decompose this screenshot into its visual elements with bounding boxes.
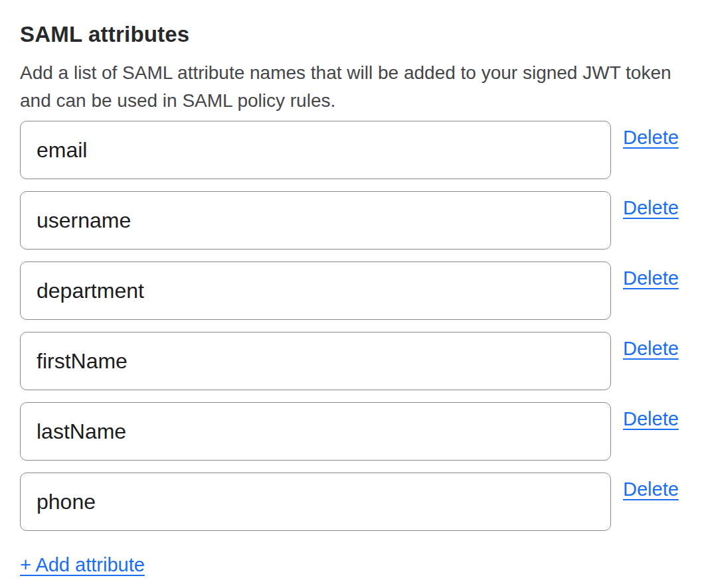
delete-attribute-link[interactable]: Delete <box>623 407 679 431</box>
attribute-name-input[interactable] <box>20 473 611 531</box>
delete-attribute-link[interactable]: Delete <box>623 336 679 360</box>
section-description: Add a list of SAML attribute names that … <box>20 59 688 115</box>
section-description-line-1: Add a list of SAML attribute names that … <box>20 59 688 87</box>
attribute-row: Delete <box>20 332 688 390</box>
add-attribute-link[interactable]: + Add attribute <box>20 553 145 577</box>
delete-attribute-link[interactable]: Delete <box>623 125 679 149</box>
attribute-name-input[interactable] <box>20 191 611 250</box>
delete-attribute-link[interactable]: Delete <box>623 196 679 220</box>
attribute-name-input[interactable] <box>20 402 611 461</box>
saml-attributes-section: SAML attributes Add a list of SAML attri… <box>0 0 708 577</box>
attribute-row: Delete <box>20 261 688 320</box>
attribute-row: Delete <box>20 121 688 179</box>
attribute-row: Delete <box>20 191 688 250</box>
attribute-name-input[interactable] <box>20 121 611 179</box>
delete-attribute-link[interactable]: Delete <box>623 266 679 290</box>
attribute-row: Delete <box>20 473 688 531</box>
attribute-row: Delete <box>20 402 688 461</box>
attribute-name-input[interactable] <box>20 261 611 320</box>
section-title: SAML attributes <box>20 21 688 48</box>
section-description-line-2: and can be used in SAML policy rules. <box>20 87 688 115</box>
delete-attribute-link[interactable]: Delete <box>623 477 679 501</box>
attribute-name-input[interactable] <box>20 332 611 390</box>
attribute-list: Delete Delete Delete Delete Delete Delet… <box>20 121 688 531</box>
